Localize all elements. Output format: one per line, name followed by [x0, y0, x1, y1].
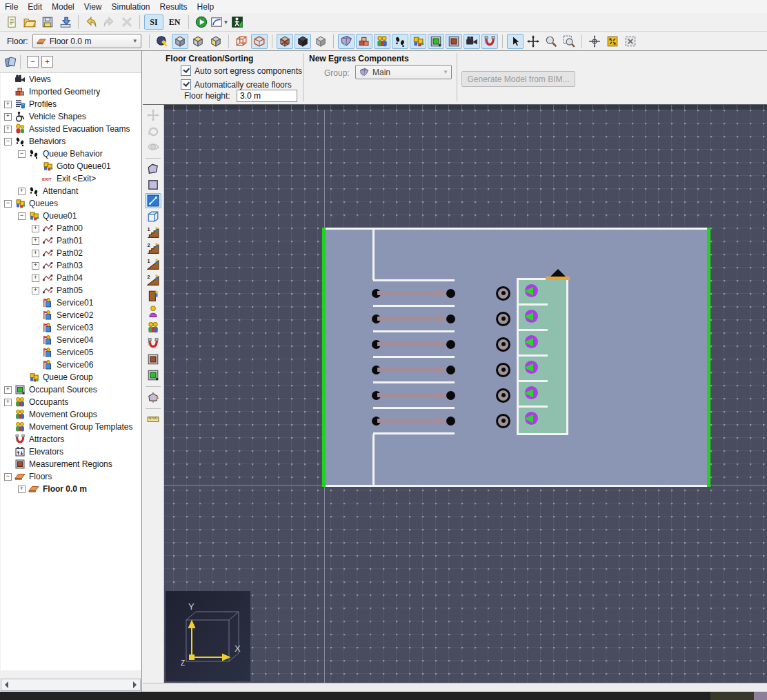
expand-icon[interactable]: + [18, 486, 26, 493]
tree-item-path04[interactable]: +Path04 [1, 272, 141, 284]
open-model-button[interactable] [21, 14, 38, 30]
tree-item-path01[interactable]: +Path01 [1, 234, 141, 247]
collapse-icon[interactable]: − [4, 473, 12, 481]
queue-end-point[interactable] [446, 417, 455, 426]
one-point-ramp-tool-button[interactable]: 1 [145, 257, 161, 272]
expand-icon[interactable]: + [4, 386, 12, 394]
expand-all-button[interactable]: + [41, 56, 53, 68]
fit-all-button[interactable] [604, 34, 621, 49]
tree-item-imported-geometry[interactable]: Imported Geometry [1, 86, 141, 98]
add-occupant-group-tool-button[interactable] [145, 320, 161, 335]
show-materials-button[interactable] [277, 34, 293, 49]
collapse-icon[interactable]: − [18, 150, 26, 158]
show-attractors-button[interactable] [481, 34, 498, 49]
tree-item-service03[interactable]: Service03 [1, 321, 141, 334]
show-views-button[interactable] [464, 34, 480, 49]
service-point[interactable] [496, 388, 510, 403]
queue-end-point[interactable] [446, 314, 455, 323]
units-en-button[interactable]: EN [165, 14, 184, 30]
queue-path[interactable] [368, 339, 457, 349]
attendant-marker[interactable] [525, 284, 538, 297]
tree-item-views[interactable]: Views [1, 73, 141, 86]
show-imported-geometry-button[interactable] [356, 34, 372, 49]
show-measurement-regions-button[interactable] [446, 34, 462, 49]
tree-item-movement-group-templates[interactable]: Movement Group Templates [1, 421, 141, 433]
tree-item-queue-group[interactable]: Queue Group [1, 371, 141, 383]
attractor-tool-button[interactable] [145, 336, 161, 351]
scroll-left-icon[interactable] [5, 681, 8, 688]
tree-item-measurement-regions[interactable]: Measurement Regions [1, 458, 141, 470]
queue-path-bar[interactable] [377, 419, 441, 423]
floor-slab[interactable] [322, 228, 710, 487]
zoom-tool-button[interactable] [543, 34, 559, 49]
center-view-button[interactable] [586, 34, 603, 49]
door-tool-button[interactable] [145, 288, 161, 303]
queue-path-bar[interactable] [377, 291, 441, 295]
queue-path[interactable] [368, 416, 457, 426]
tree-horizontal-scrollbar[interactable] [1, 679, 141, 691]
show-transparent-button[interactable] [312, 34, 329, 49]
import-file-button[interactable] [57, 14, 74, 30]
snap-select-button[interactable] [154, 34, 170, 49]
units-si-button[interactable]: SI [144, 14, 163, 30]
ruler-tool-button[interactable] [145, 412, 161, 427]
tree-item-floor-0-0-m[interactable]: +Floor 0.0 m [1, 483, 141, 495]
tree-item-service05[interactable]: Service05 [1, 346, 141, 359]
expand-icon[interactable]: + [4, 126, 12, 133]
auto-sort-checkbox[interactable] [181, 66, 191, 76]
3d-view-canvas[interactable]: Y X Z [164, 105, 767, 683]
queue-path[interactable] [368, 288, 457, 298]
tree-item-behaviors[interactable]: −Behaviors [1, 135, 141, 148]
tree-item-path02[interactable]: +Path02 [1, 247, 141, 259]
service-point[interactable] [496, 286, 510, 301]
expand-icon[interactable]: + [4, 101, 12, 108]
side-face-view-button[interactable] [208, 34, 224, 49]
rectangle-room-tool-button[interactable] [145, 177, 161, 192]
queue-path-bar[interactable] [377, 317, 441, 321]
service-point[interactable] [496, 414, 510, 428]
scroll-right-icon[interactable] [133, 681, 137, 688]
menu-results[interactable]: Results [155, 1, 192, 13]
collapse-icon[interactable]: − [4, 200, 12, 208]
expand-icon[interactable]: + [18, 188, 26, 195]
tree-item-queues[interactable]: −Queues [1, 197, 141, 210]
menu-model[interactable]: Model [47, 1, 79, 13]
attendant-marker[interactable] [525, 386, 538, 399]
expand-icon[interactable]: + [32, 287, 39, 294]
attendant-marker[interactable] [525, 335, 538, 348]
tree-item-assisted-evacuation-teams[interactable]: +Assisted Evacuation Teams [1, 123, 141, 135]
solid-view-button[interactable] [172, 34, 188, 49]
show-terrain-button[interactable] [338, 34, 355, 49]
tree-item-queue-behavior[interactable]: −Queue Behavior [1, 148, 141, 160]
queue-end-point[interactable] [446, 366, 455, 374]
polygon-room-tool-button[interactable] [145, 161, 161, 177]
queue-path[interactable] [368, 390, 457, 400]
show-behaviors-button[interactable] [392, 34, 408, 49]
tree-item-occupants[interactable]: +Occupants [1, 396, 141, 408]
queue-end-point[interactable] [446, 340, 455, 349]
tree-item-profiles[interactable]: +Profiles [1, 98, 141, 110]
top-face-view-button[interactable] [190, 34, 206, 49]
two-point-ramp-tool-button[interactable]: 2 [145, 272, 161, 288]
tree-item-attractors[interactable]: Attractors [1, 433, 141, 446]
thin-wall-tool-button[interactable] [145, 193, 161, 208]
expand-icon[interactable]: + [32, 225, 39, 232]
menu-edit[interactable]: Edit [23, 1, 47, 13]
add-occupant-tool-button[interactable] [145, 304, 161, 319]
collapse-all-button[interactable]: − [27, 56, 39, 68]
zoom-region-tool-button[interactable] [561, 34, 577, 49]
expand-icon[interactable]: + [32, 274, 39, 282]
attendant-marker[interactable] [525, 310, 538, 323]
tree-item-goto-queue01[interactable]: Goto Queue01 [1, 160, 141, 172]
expand-icon[interactable]: + [32, 250, 39, 257]
auto-sort-checkbox-row[interactable]: Auto sort egress components [181, 66, 302, 76]
expand-icon[interactable]: + [32, 237, 39, 245]
queue-path-bar[interactable] [377, 342, 441, 346]
expand-icon[interactable]: + [4, 113, 12, 121]
run-simulation-button[interactable] [193, 14, 210, 30]
expand-icon[interactable]: + [4, 399, 12, 406]
service-point[interactable] [496, 312, 510, 326]
layers-filter-icon[interactable] [4, 56, 17, 68]
floor-height-input[interactable] [237, 90, 297, 102]
attendant-marker[interactable] [525, 412, 538, 425]
